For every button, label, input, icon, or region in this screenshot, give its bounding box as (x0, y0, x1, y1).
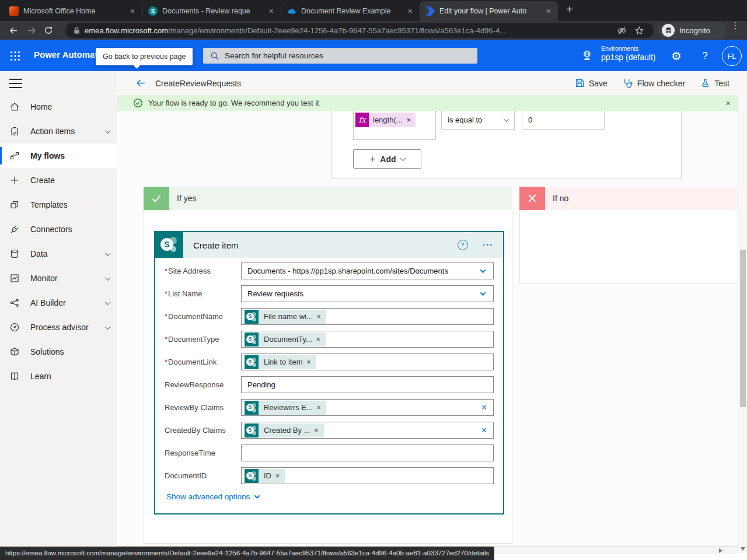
remove-token-icon[interactable] (275, 472, 285, 480)
sidebar-item-process-advisor[interactable]: Process advisor (0, 315, 117, 340)
nodes-icon (9, 298, 20, 308)
dynamic-content-token[interactable]: S File name wi... (245, 310, 326, 324)
environment-picker[interactable]: Environments pp1sp (default) (601, 45, 655, 63)
url-text: emea.flow.microsoft.com/manage/environme… (85, 26, 613, 35)
waffle-icon[interactable] (8, 49, 22, 63)
chevron-down-icon (480, 267, 486, 273)
forward-icon[interactable] (22, 23, 40, 38)
sidebar-item-data[interactable]: Data (0, 242, 117, 266)
onedrive-favicon (287, 6, 296, 16)
help-icon[interactable] (698, 49, 712, 63)
sidebar-item-ai-builder[interactable]: AI Builder (0, 290, 117, 315)
search-input[interactable]: Search for helpful resources (203, 48, 477, 64)
sidebar-item-create[interactable]: Create (0, 168, 117, 192)
condition-operator-select[interactable]: is equal to (441, 111, 515, 130)
create-item-header[interactable]: S Create item (155, 232, 503, 258)
sidebar-item-solutions[interactable]: Solutions (0, 340, 117, 364)
sidebar-item-my-flows[interactable]: My flows (0, 144, 117, 168)
field-row-document-type: *DocumentType S DocumentTy... (165, 331, 494, 348)
bookmark-star-icon[interactable] (630, 23, 648, 38)
book-icon (9, 371, 20, 382)
dynamic-content-token[interactable]: S ID (245, 469, 285, 483)
address-bar[interactable]: emea.flow.microsoft.com/manage/environme… (65, 23, 654, 38)
sharepoint-icon: S (245, 401, 259, 415)
scroll-down-arrow-icon[interactable] (741, 547, 745, 551)
ellipsis-menu-icon[interactable] (483, 242, 494, 248)
sidebar-item-action-items[interactable]: Action items (0, 119, 117, 144)
condition-expression-input[interactable]: fx length(... (353, 111, 436, 140)
incognito-spy-icon (662, 24, 675, 37)
expression-token[interactable]: fx length(... (355, 113, 416, 127)
dynamic-content-token[interactable]: S Link to item (245, 355, 316, 369)
dynamic-content-token[interactable]: S Reviewers E... (245, 401, 326, 415)
sharepoint-icon: S (245, 355, 259, 369)
scroll-right-arrow-icon[interactable] (719, 548, 722, 553)
tab-office-home[interactable]: Microsoft Office Home (4, 1, 142, 21)
site-address-select[interactable]: Documents - https://pp1sp.sharepoint.com… (241, 262, 494, 279)
remove-token-icon[interactable] (407, 116, 416, 124)
hamburger-icon[interactable] (9, 79, 22, 88)
back-tooltip: Go back to previous page (96, 48, 193, 65)
tab-edit-flow-active[interactable]: Edit your flow | Power Auto (420, 1, 558, 21)
help-circle-icon[interactable] (458, 240, 468, 250)
condition-add-button[interactable]: Add (353, 149, 421, 169)
remove-token-icon[interactable] (317, 313, 326, 321)
clear-field-icon[interactable] (481, 426, 487, 435)
tab-close-icon[interactable] (407, 7, 414, 15)
sidebar-item-connectors[interactable]: Connectors (0, 217, 117, 242)
condition-value-input[interactable]: 0 (522, 111, 605, 130)
tab-document-review[interactable]: Document Review Example (281, 1, 420, 21)
status-url-bubble: https://emea.flow.microsoft.com/manage/e… (0, 547, 494, 560)
flow-back-icon[interactable] (135, 78, 146, 91)
sharepoint-favicon: S (148, 6, 158, 16)
reload-icon[interactable] (40, 23, 57, 38)
dynamic-content-token[interactable]: S DocumentTy... (245, 332, 326, 346)
eye-blocked-icon[interactable] (613, 23, 630, 38)
vertical-scrollbar-thumb[interactable] (740, 250, 746, 407)
test-button[interactable]: Test (700, 78, 729, 88)
app-title[interactable]: Power Automate (34, 50, 103, 60)
remove-token-icon[interactable] (314, 426, 323, 435)
banner-close-icon[interactable] (725, 98, 731, 108)
environments-icon[interactable] (580, 48, 594, 62)
avatar[interactable]: FL (722, 46, 742, 66)
reviewby-claims-input[interactable]: S Reviewers E... (241, 399, 494, 416)
browser-menu-icon[interactable] (731, 23, 740, 28)
flow-toolbar: CreateReviewRequests Save Flow checker T… (117, 71, 747, 95)
save-button[interactable]: Save (575, 78, 608, 88)
document-id-input[interactable]: S ID (241, 467, 494, 484)
settings-gear-icon[interactable] (669, 49, 683, 63)
field-row-reviewby-claims: ReviewBy Claims S Reviewers E... (165, 399, 494, 416)
document-type-input[interactable]: S DocumentTy... (241, 331, 494, 348)
chevron-down-icon (105, 324, 111, 330)
document-link-input[interactable]: S Link to item (241, 354, 494, 370)
back-icon[interactable] (5, 23, 22, 38)
remove-token-icon[interactable] (317, 404, 326, 412)
review-response-input[interactable]: Pending (241, 376, 494, 393)
remove-token-icon[interactable] (306, 358, 316, 366)
flow-checker-button[interactable]: Flow checker (623, 78, 685, 89)
document-name-input[interactable]: S File name wi... (241, 308, 494, 325)
show-advanced-options-link[interactable]: Show advanced options (166, 492, 494, 501)
flask-icon (700, 78, 710, 88)
sidebar-item-monitor[interactable]: Monitor (0, 266, 117, 290)
tab-close-icon[interactable] (268, 7, 275, 15)
sidebar-item-learn[interactable]: Learn (0, 364, 117, 388)
createdby-claims-input[interactable]: S Created By ... (241, 422, 494, 439)
tab-close-icon[interactable] (129, 7, 136, 15)
tab-documents[interactable]: S Documents - Review reque (142, 1, 281, 21)
dynamic-content-token[interactable]: S Created By ... (245, 424, 324, 438)
sidebar-item-templates[interactable]: Templates (0, 192, 117, 217)
chevron-down-icon (105, 299, 111, 305)
tab-title: Microsoft Office Home (23, 7, 124, 15)
field-row-list-name: *List Name Review requests (165, 285, 494, 302)
vertical-scrollbar[interactable] (738, 95, 747, 553)
new-tab-button[interactable] (566, 3, 573, 16)
list-name-select[interactable]: Review requests (241, 285, 494, 302)
sidebar-item-home[interactable]: Home (0, 94, 117, 119)
clear-field-icon[interactable] (481, 403, 487, 412)
remove-token-icon[interactable] (316, 335, 326, 344)
response-time-input[interactable] (241, 444, 494, 461)
condition-card: fx length(... is equal to 0 Add (331, 111, 682, 178)
tab-close-icon[interactable] (545, 7, 552, 15)
